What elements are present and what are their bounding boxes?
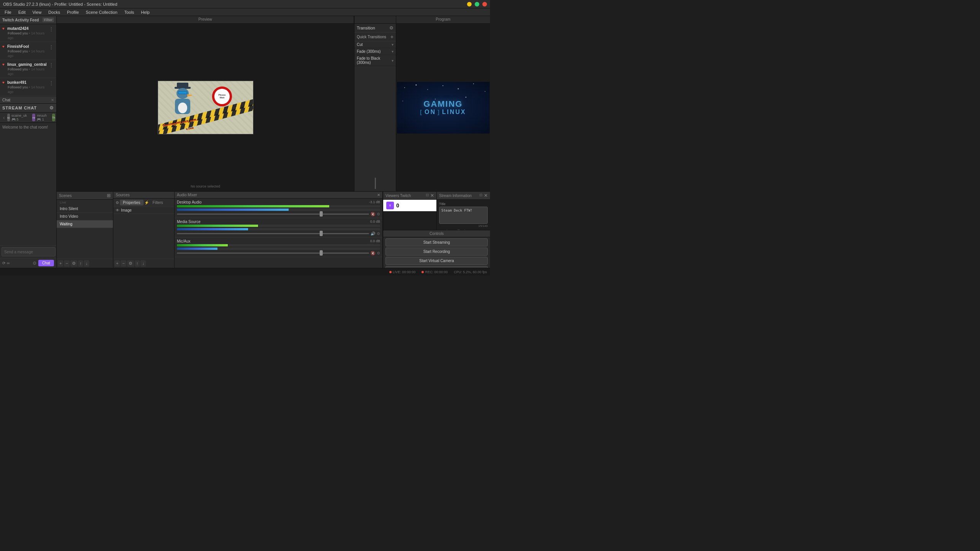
close-button[interactable] [482, 2, 487, 7]
add-transition-button[interactable]: + [390, 34, 394, 40]
menubar: File Edit View Docks Profile Scene Colle… [0, 8, 490, 16]
scenes-add-icon[interactable]: ⊞ [107, 193, 111, 198]
stream-info-title: Stream Information [439, 194, 472, 198]
more-icon[interactable]: ⋮ [49, 44, 54, 50]
title-label: Title [439, 202, 488, 206]
bird-head [176, 88, 189, 99]
desktop-audio-label: Desktop Audio [177, 200, 202, 204]
stream-chat-header: STREAM CHAT ⚙ [0, 104, 56, 112]
audio-header: Audio Mixer ✕ [175, 192, 382, 199]
twitch-icon: T [386, 202, 394, 209]
scene-item-intro-video[interactable]: Intro Video [57, 213, 113, 220]
add-scene-button[interactable]: + [58, 260, 63, 267]
live-dot [389, 271, 392, 273]
more-icon[interactable]: ⋮ [49, 62, 54, 68]
fade-black-transition-item[interactable]: Fade to Black (300ms) ▾ [354, 55, 396, 66]
cut-transition-item[interactable]: Cut ▾ [354, 41, 396, 48]
mute-icon[interactable]: 🔇 [371, 212, 375, 216]
studio-mode-button[interactable]: Studio Mode [385, 266, 488, 268]
stream-information-panel: Stream Information ⊟ ✕ Title Steam Deck … [437, 192, 490, 230]
sources-title: Sources [116, 193, 130, 197]
chat-input-container: ☺ ⚙ [0, 245, 56, 258]
audio-settings-icon[interactable]: ⚙ [377, 231, 380, 236]
source-settings-button[interactable]: ⚙ [127, 260, 134, 267]
meter-fill [177, 205, 329, 207]
start-virtual-camera-button[interactable]: Start Virtual Camera [385, 257, 488, 265]
preview-label: Preview [57, 16, 354, 23]
maximize-button[interactable] [475, 2, 479, 7]
volume-icon[interactable]: 🔊 [371, 231, 375, 236]
filters-icon: ⚡ [144, 201, 149, 205]
chat-header: Chat ✕ [0, 97, 56, 104]
mute-icon[interactable]: 🔇 [371, 251, 375, 255]
viewers-header: Viewers Twitch ⊟ ✕ [383, 192, 436, 200]
stream-info-close-icon[interactable]: ✕ [484, 193, 488, 198]
meter-fill [177, 248, 217, 250]
fader-track[interactable] [177, 233, 369, 234]
scene-settings-button[interactable]: ⚙ [70, 260, 77, 267]
welcome-message: Welcome to the chat room! [2, 125, 48, 129]
start-streaming-button[interactable]: Start Streaming [385, 238, 488, 246]
menu-scene-collection[interactable]: Scene Collection [83, 9, 121, 15]
heart-icon: ♥ [2, 26, 5, 31]
remove-source-button[interactable]: − [121, 260, 126, 267]
filters-tab[interactable]: Filters [150, 200, 166, 205]
menu-help[interactable]: Help [138, 9, 153, 15]
fader-track[interactable] [177, 214, 369, 215]
chat-input[interactable] [2, 247, 56, 256]
minimize-button[interactable] [467, 2, 472, 7]
start-recording-button[interactable]: Start Recording [385, 248, 488, 256]
menu-docks[interactable]: Docks [45, 9, 63, 15]
stream-title-input[interactable]: Steam Deck FTW! [439, 207, 488, 224]
cut-to-separator[interactable] [375, 178, 376, 189]
audio-settings-icon[interactable]: ⚙ [377, 212, 380, 216]
studio-area: Please Wait GamingOnLinux.com x.com No s… [57, 24, 490, 191]
transition-gear-icon[interactable]: ⚙ [389, 25, 394, 31]
preview-canvas: Please Wait GamingOnLinux.com x.com [158, 81, 253, 134]
move-scene-up-button[interactable]: ↑ [78, 260, 83, 267]
menu-edit[interactable]: Edit [15, 9, 29, 15]
move-source-up-button[interactable]: ↑ [135, 260, 140, 267]
fader-handle[interactable] [320, 211, 323, 217]
menu-tools[interactable]: Tools [121, 9, 137, 15]
remove-scene-button[interactable]: − [64, 260, 69, 267]
sign-text: Please Wait [214, 89, 230, 104]
fader-handle[interactable] [320, 250, 323, 256]
chat-settings-icon[interactable]: ⚙ [49, 105, 54, 111]
svg-point-9 [465, 96, 466, 98]
send-chat-button[interactable]: Chat [38, 260, 54, 266]
transition-header: Transition ⚙ [354, 24, 396, 33]
desktop-audio-db: -3.1 dB [369, 200, 380, 205]
fade-transition-item[interactable]: Fade (300ms) ▾ [354, 48, 396, 55]
filter-button[interactable]: Filter [42, 18, 54, 22]
scene-item-intro-silent[interactable]: Intro Silent [57, 205, 113, 213]
stream-info-dock-icon[interactable]: ⊟ [479, 193, 482, 198]
source-name-label: Image [121, 208, 132, 212]
visibility-icon[interactable]: 👁 [116, 208, 119, 212]
fader-handle[interactable] [320, 231, 323, 236]
viewers-close-icon[interactable]: ✕ [430, 193, 434, 198]
meter-fill [177, 244, 228, 246]
on-linux-title: [ ON ] LINUX [420, 109, 466, 116]
move-scene-down-button[interactable]: ↓ [84, 260, 89, 267]
prev-arrow-icon[interactable]: ‹ [2, 114, 6, 121]
viewers-dock-icon[interactable]: ⊟ [426, 193, 429, 198]
properties-tab[interactable]: Properties [120, 200, 144, 205]
heart-icon: ♥ [2, 62, 5, 67]
audio-close-icon[interactable]: ✕ [377, 193, 380, 197]
more-icon[interactable]: ⋮ [49, 26, 54, 32]
scene-item-waiting[interactable]: Waiting [57, 220, 113, 228]
username: FinnishFool [7, 44, 29, 49]
close-icon[interactable]: ✕ [51, 98, 54, 102]
menu-profile[interactable]: Profile [64, 9, 82, 15]
move-source-down-button[interactable]: ↓ [140, 260, 146, 267]
menu-file[interactable]: File [2, 9, 15, 15]
audio-settings-icon[interactable]: ⚙ [377, 251, 380, 255]
add-source-button[interactable]: + [114, 260, 120, 267]
chat-gear-icon[interactable]: ⚙ [33, 261, 37, 266]
more-icon[interactable]: ⋮ [49, 80, 54, 86]
fader-track[interactable] [177, 253, 369, 254]
bottom-area: Scenes ⊞ Live Intro Silent Intro Video W… [57, 191, 490, 268]
viewers-stream-info-row: Viewers Twitch ⊟ ✕ T 0 [383, 192, 490, 230]
menu-view[interactable]: View [29, 9, 45, 15]
